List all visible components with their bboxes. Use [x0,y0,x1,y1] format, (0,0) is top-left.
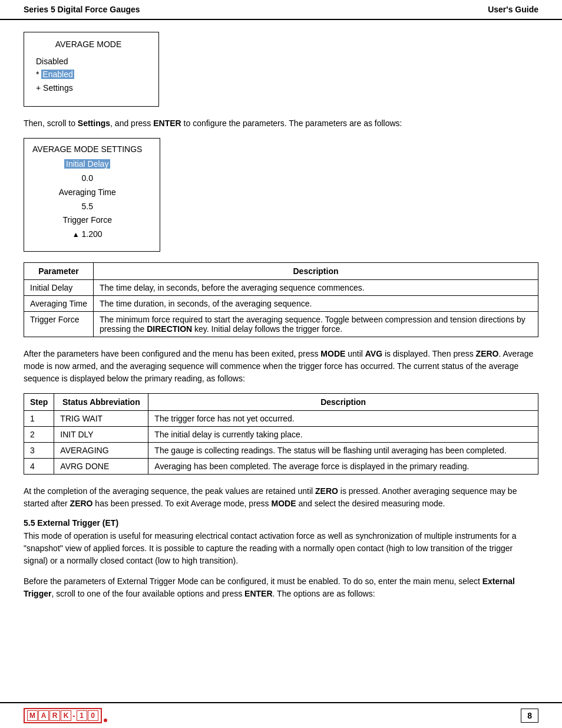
para3-bold3: MODE [272,499,296,508]
page-footer: M A R K - 1 0 8 [0,702,562,728]
step-table-header-step: Step [24,393,54,410]
para1-bold2: ENTER [153,118,181,128]
table-row: 4 AVRG DONE Averaging has been completed… [24,458,538,474]
para2-bold2: AVG [365,349,382,358]
logo-letter-m: M [27,710,38,721]
para2: After the parameters have been configure… [24,348,538,385]
settings-item-trigger-force-label: Trigger Force [32,213,142,228]
param-table: Parameter Description Initial Delay The … [24,262,538,337]
section-heading-55: 5.5 External Trigger (ET) [24,518,538,528]
step-2: 2 [24,426,54,442]
param-initial-delay: Initial Delay [24,279,94,295]
menu-item-enabled: * Enabled [36,68,141,81]
abbr-trig-wait: TRIG WAIT [54,410,148,426]
step-4: 4 [24,458,54,474]
triangle-icon: ▲ [72,230,80,239]
step-table: Step Status Abbreviation Description 1 T… [24,393,538,475]
plus: + [36,83,43,93]
table-row: Averaging Time The time duration, in sec… [24,295,538,311]
logo-dash: - [72,711,75,720]
para5-bold2: ENTER [244,589,272,598]
logo-letter-a: A [38,710,49,721]
settings-item-initial-delay-label: Initial Delay [32,157,142,172]
page-number: 8 [521,709,538,723]
table-row: 1 TRIG WAIT The trigger force has not ye… [24,410,538,426]
desc-averaging: The gauge is collecting readings. The st… [148,442,538,458]
step-table-header-abbr: Status Abbreviation [54,393,148,410]
logo-letter-1: 1 [77,710,87,721]
param-table-header-param: Parameter [24,262,94,279]
initial-delay-highlight: Initial Delay [64,159,110,169]
step-3: 3 [24,442,54,458]
desc-avrg-done: Averaging has been completed. The averag… [148,458,538,474]
abbr-init-dly: INIT DLY [54,426,148,442]
asterisk: * [36,70,41,79]
main-content: AVERAGE MODE Disabled * Enabled + Settin… [0,32,562,702]
logo-letter-k: K [61,710,71,721]
settings-item-averaging-time-value: 5.5 [32,200,142,214]
logo-dot [104,719,107,722]
settings-box: AVERAGE MODE SETTINGS Initial Delay 0.0 … [24,138,160,252]
table-row: 3 AVERAGING The gauge is collecting read… [24,442,538,458]
abbr-averaging: AVERAGING [54,442,148,458]
header-right: User's Guide [488,5,538,14]
header-left: Series 5 Digital Force Gauges [24,5,140,14]
settings-item-trigger-force-value: ▲ 1.200 [32,228,142,242]
param-table-header-desc: Description [94,262,538,279]
page: Series 5 Digital Force Gauges User's Gui… [0,0,562,728]
table-row: Initial Delay The time delay, in seconds… [24,279,538,295]
step-1: 1 [24,410,54,426]
para3: At the completion of the averaging seque… [24,485,538,510]
para2-bold1: MODE [320,349,345,358]
para4: This mode of operation is useful for mea… [24,530,538,567]
step-table-header-desc: Description [148,393,538,410]
settings-box-title: AVERAGE MODE SETTINGS [32,144,142,154]
settings-item-initial-delay-value: 0.0 [32,172,142,186]
desc-trigger-force: The minimum force required to start the … [94,311,538,337]
enabled-highlight: Enabled [41,70,74,79]
average-mode-title: AVERAGE MODE [36,39,141,49]
table-row: Trigger Force The minimum force required… [24,311,538,337]
param-trigger-force: Trigger Force [24,311,94,337]
direction-key: DIRECTION [147,324,192,334]
logo-letter-0: 0 [88,710,98,721]
menu-item-disabled: Disabled [36,55,141,68]
desc-trig-wait: The trigger force has not yet occurred. [148,410,538,426]
average-mode-box: AVERAGE MODE Disabled * Enabled + Settin… [24,32,159,107]
logo: M A R K - 1 0 [24,708,107,723]
logo-letter-r: R [49,710,60,721]
param-averaging-time: Averaging Time [24,295,94,311]
abbr-avrg-done: AVRG DONE [54,458,148,474]
para5: Before the parameters of External Trigge… [24,575,538,600]
logo-box: M A R K - 1 0 [24,708,102,723]
page-header: Series 5 Digital Force Gauges User's Gui… [0,0,562,20]
para3-bold1: ZERO [315,486,338,496]
para1-bold1: Settings [78,118,110,128]
desc-averaging-time: The time duration, in seconds, of the av… [94,295,538,311]
desc-init-dly: The initial delay is currently taking pl… [148,426,538,442]
table-row: 2 INIT DLY The initial delay is currentl… [24,426,538,442]
settings-item-averaging-time-label: Averaging Time [32,186,142,200]
para1: Then, scroll to Settings, and press ENTE… [24,117,538,130]
menu-item-settings: + Settings [36,81,141,94]
para3-bold2: ZERO [70,499,93,508]
desc-initial-delay: The time delay, in seconds, before the a… [94,279,538,295]
para2-bold3: ZERO [476,349,499,358]
